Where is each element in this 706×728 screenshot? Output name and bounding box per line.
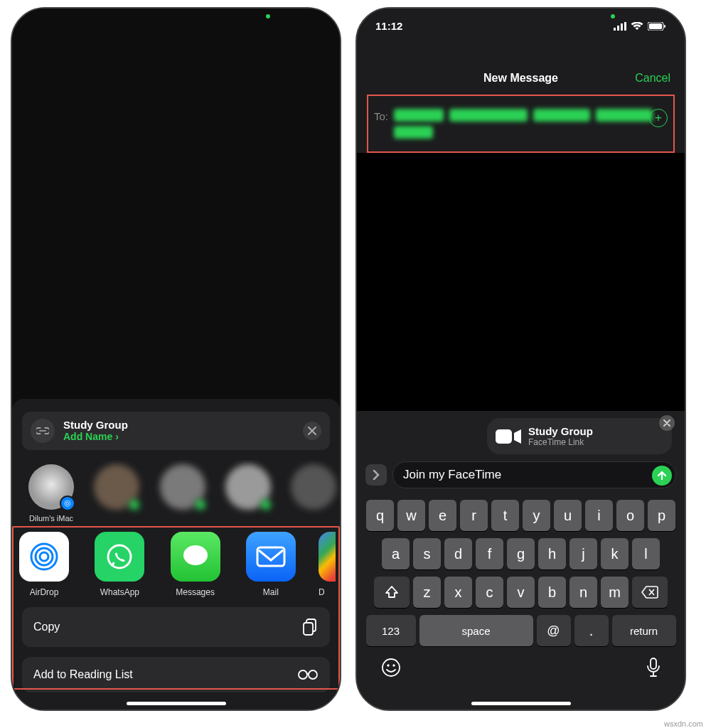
recipients-redacted [394,109,665,139]
svg-point-13 [183,545,208,565]
svg-rect-30 [651,658,656,669]
key-d[interactable]: d [444,538,472,569]
to-field[interactable]: To: + [367,95,675,153]
airdrop-contact[interactable]: ◎ Dilum's iMac [25,464,77,523]
contact-blurred[interactable] [222,464,274,523]
share-app-messages[interactable]: Messages [168,532,223,597]
share-sheet: Study Group Add Name › ◎ Dilum's iMac [12,399,340,710]
key-u[interactable]: u [554,500,582,531]
battery-icon [648,22,666,31]
key-p[interactable]: p [648,500,675,531]
apps-row[interactable]: AirDrop WhatsApp Messages [12,528,340,597]
key-e[interactable]: e [429,500,456,531]
key-x[interactable]: x [444,577,472,608]
key-l[interactable]: l [632,538,660,569]
share-app-whatsapp[interactable]: WhatsApp [92,532,147,597]
dictation-button[interactable] [646,658,660,682]
svg-point-27 [383,659,400,676]
to-label: To: [374,109,388,139]
key-m[interactable]: m [601,577,629,608]
contact-blurred[interactable] [90,464,143,523]
home-indicator[interactable] [471,702,571,705]
mic-icon [646,658,660,678]
glasses-icon [297,669,319,680]
key-w[interactable]: w [397,500,425,531]
svg-point-28 [387,664,389,666]
svg-point-9 [40,552,48,561]
key-f[interactable]: f [476,538,503,569]
key-space[interactable]: space [419,615,533,646]
key-i[interactable]: i [585,500,613,531]
key-backspace[interactable] [632,577,668,608]
share-title: Study Group [63,419,128,431]
svg-point-18 [309,670,317,679]
key-r[interactable]: r [460,500,488,531]
key-j[interactable]: j [569,538,597,569]
add-recipient-button[interactable]: + [649,109,668,127]
contacts-row[interactable]: ◎ Dilum's iMac [12,460,340,528]
share-app-mail[interactable]: Mail [243,532,299,597]
mail-icon [256,546,286,567]
key-t[interactable]: t [491,500,519,531]
key-a[interactable]: a [382,538,410,569]
add-name-button[interactable]: Add Name › [63,431,128,442]
svg-point-12 [108,545,131,568]
cancel-button[interactable]: Cancel [635,72,670,85]
key-123[interactable]: 123 [366,615,416,646]
privacy-indicator [611,14,615,18]
facetime-link-attachment[interactable]: Study Group FaceTime Link [487,418,672,454]
attachment-subtitle: FaceTime Link [528,437,593,447]
svg-rect-20 [617,26,619,31]
close-icon [308,427,316,435]
backspace-icon [641,586,658,599]
keyboard-row-1: q w e r t y u i o p [360,500,682,531]
attachment-title: Study Group [528,425,593,437]
key-at[interactable]: @ [537,615,571,646]
key-z[interactable]: z [413,577,441,608]
message-input[interactable]: Join my FaceTime [392,461,676,488]
facetime-screenshot: 11:00 Edit FaceTime Create Link New Face… [11,7,341,711]
key-dot[interactable]: . [574,615,609,646]
status-bar: 11:12 [357,9,685,35]
close-share-button[interactable] [303,422,321,440]
home-indicator[interactable] [127,702,226,705]
remove-attachment-button[interactable] [659,415,675,431]
send-button[interactable] [652,466,672,486]
share-app-partial[interactable] [319,532,336,582]
airdrop-icon [28,541,60,572]
key-g[interactable]: g [507,538,535,569]
svg-rect-22 [624,22,626,31]
key-q[interactable]: q [366,500,394,531]
share-app-airdrop[interactable]: AirDrop [16,532,72,597]
add-reading-list-button[interactable]: Add to Reading List [22,657,330,692]
contact-blurred[interactable] [287,464,340,523]
key-y[interactable]: y [523,500,550,531]
key-b[interactable]: b [538,577,566,608]
contact-blurred[interactable] [156,464,208,523]
key-shift[interactable] [374,577,410,608]
key-h[interactable]: h [538,538,566,569]
copy-icon [303,619,319,636]
copy-button[interactable]: Copy [22,607,330,647]
key-return[interactable]: return [612,615,676,646]
messages-icon [180,541,211,572]
wifi-icon [631,22,643,31]
svg-rect-26 [496,429,512,444]
key-o[interactable]: o [616,500,644,531]
keyboard-row-3: z x c v b n m [360,577,682,608]
svg-rect-25 [664,25,665,28]
emoji-button[interactable] [381,658,401,682]
svg-point-17 [299,670,307,679]
key-v[interactable]: v [507,577,535,608]
keyboard-row-2: a s d f g h j k l [360,538,682,569]
key-s[interactable]: s [413,538,441,569]
more-apps-button[interactable] [365,464,387,486]
arrow-up-icon [657,471,667,481]
messages-screenshot: 11:12 New Message Cancel To: [355,7,686,711]
whatsapp-icon [105,542,134,571]
key-n[interactable]: n [569,577,597,608]
emoji-icon [381,658,401,678]
key-c[interactable]: c [476,577,503,608]
link-icon [31,419,55,443]
key-k[interactable]: k [601,538,629,569]
